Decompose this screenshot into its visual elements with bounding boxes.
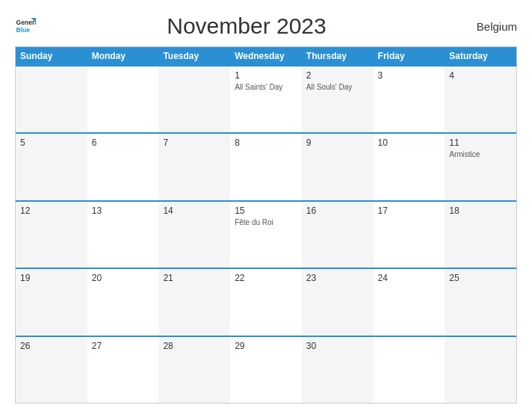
day-number: 24	[378, 273, 441, 283]
day-number: 25	[449, 273, 512, 283]
day-number: 7	[163, 137, 226, 148]
calendar-cell: 30	[302, 337, 374, 403]
calendar-week: 2627282930	[16, 336, 516, 403]
calendar-week: 1All Saints' Day2All Souls' Day34	[16, 65, 516, 132]
calendar-week: 12131415Fête du Roi161718	[16, 200, 516, 268]
calendar-cell: 6	[87, 134, 159, 200]
logo-icon: General Blue	[15, 16, 36, 37]
calendar-cell: 13	[87, 202, 159, 268]
day-number: 21	[163, 273, 226, 283]
holiday-label: Fête du Roi	[235, 217, 297, 227]
calendar-week: 19202122232425	[16, 268, 516, 335]
calendar-cell: 16	[302, 202, 374, 268]
day-number: 15	[235, 206, 297, 216]
calendar-cell: 1All Saints' Day	[230, 67, 302, 132]
calendar-cell: 29	[230, 337, 302, 403]
day-number: 29	[235, 341, 297, 351]
holiday-label: Armistice	[449, 149, 512, 159]
calendar-cell: 15Fête du Roi	[230, 202, 302, 268]
calendar-header: SundayMondayTuesdayWednesdayThursdayFrid…	[16, 47, 516, 65]
day-of-week-header: Thursday	[302, 47, 374, 65]
day-number: 19	[20, 273, 83, 283]
country-label: Belgium	[457, 20, 517, 33]
calendar-cell: 12	[16, 202, 87, 268]
day-number: 30	[306, 341, 369, 351]
day-of-week-header: Monday	[87, 47, 159, 65]
svg-text:General: General	[16, 19, 36, 26]
day-number: 18	[449, 206, 512, 216]
day-number: 10	[378, 137, 441, 148]
calendar-cell	[445, 337, 516, 403]
calendar-cell	[374, 337, 445, 403]
calendar-cell: 2All Souls' Day	[302, 67, 374, 132]
calendar-cell: 25	[445, 269, 516, 335]
day-of-week-header: Tuesday	[158, 47, 230, 65]
day-number: 23	[306, 273, 369, 283]
calendar-cell	[16, 67, 87, 132]
day-number: 5	[20, 137, 83, 148]
day-number: 12	[20, 206, 83, 216]
calendar-body: 1All Saints' Day2All Souls' Day345678910…	[16, 65, 516, 403]
calendar-cell: 5	[16, 134, 87, 200]
calendar-cell: 27	[87, 337, 159, 403]
holiday-label: All Saints' Day	[235, 82, 297, 92]
day-number: 14	[163, 206, 226, 216]
header: General Blue November 2023 Belgium	[15, 13, 517, 39]
calendar-cell: 7	[158, 134, 230, 200]
calendar-cell: 3	[374, 67, 445, 132]
calendar-cell: 22	[230, 269, 302, 335]
calendar-cell: 9	[302, 134, 374, 200]
calendar-cell: 17	[374, 202, 445, 268]
page-title: November 2023	[36, 13, 457, 39]
day-number: 9	[306, 137, 369, 148]
day-of-week-header: Sunday	[16, 47, 87, 65]
calendar-cell: 18	[445, 202, 516, 268]
calendar-cell: 19	[16, 269, 87, 335]
page: General Blue November 2023 Belgium Sunda…	[0, 0, 532, 411]
calendar-cell: 26	[16, 337, 87, 403]
day-of-week-header: Wednesday	[230, 47, 302, 65]
calendar-cell: 11Armistice	[445, 134, 516, 200]
calendar-cell: 10	[374, 134, 445, 200]
calendar-cell	[158, 67, 230, 132]
calendar-cell: 24	[374, 269, 445, 335]
day-number: 27	[92, 341, 155, 351]
day-number: 4	[449, 70, 512, 81]
calendar-cell: 8	[230, 134, 302, 200]
calendar-cell: 4	[445, 67, 516, 132]
day-number: 28	[163, 341, 226, 351]
day-number: 26	[20, 341, 83, 351]
day-number: 20	[92, 273, 155, 283]
day-number: 2	[306, 70, 369, 81]
day-number: 1	[235, 70, 297, 81]
day-number: 17	[378, 206, 441, 216]
svg-text:Blue: Blue	[16, 26, 31, 34]
calendar-week: 567891011Armistice	[16, 132, 516, 200]
calendar-cell: 14	[158, 202, 230, 268]
calendar-cell: 20	[87, 269, 159, 335]
calendar: SundayMondayTuesdayWednesdayThursdayFrid…	[15, 46, 517, 404]
logo: General Blue	[15, 16, 36, 37]
day-number: 22	[235, 273, 297, 283]
day-number: 16	[306, 206, 369, 216]
calendar-cell	[87, 67, 159, 132]
day-number: 3	[378, 70, 441, 81]
calendar-cell: 21	[158, 269, 230, 335]
calendar-cell: 28	[158, 337, 230, 403]
day-number: 8	[235, 137, 297, 148]
day-number: 13	[92, 206, 155, 216]
day-of-week-header: Friday	[374, 47, 445, 65]
holiday-label: All Souls' Day	[306, 82, 369, 92]
day-of-week-header: Saturday	[445, 47, 516, 65]
day-number: 11	[449, 137, 512, 148]
calendar-cell: 23	[302, 269, 374, 335]
day-number: 6	[92, 137, 155, 148]
